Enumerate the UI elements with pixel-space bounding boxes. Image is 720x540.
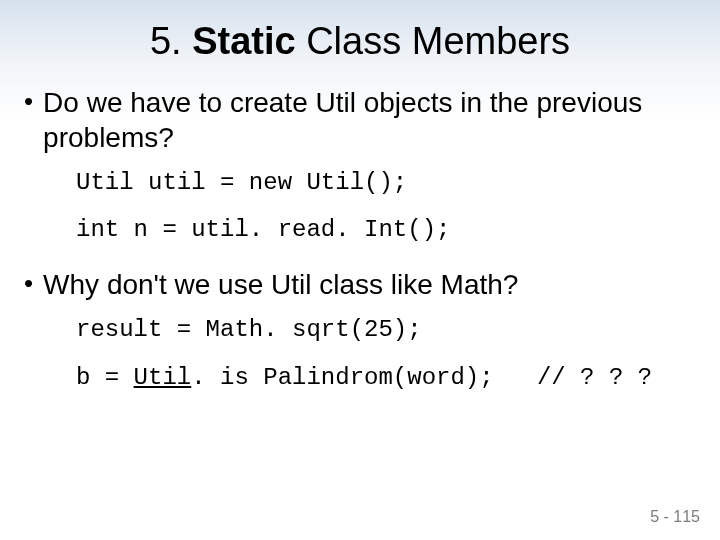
slide: 5. Static Class Members • Do we have to … (0, 0, 720, 540)
bullet-1-text: Do we have to create Util objects in the… (43, 85, 692, 155)
bullet-icon: • (24, 267, 33, 300)
code-line: Util util = new Util(); (76, 167, 692, 198)
bullet-icon: • (24, 85, 33, 118)
page-number: 5 - 115 (650, 508, 700, 526)
title-bold: Static (192, 20, 295, 62)
bullet-2-text: Why don't we use Util class like Math? (43, 267, 518, 302)
title-suffix: Class Members (296, 20, 571, 62)
code-line: result = Math. sqrt(25); (76, 314, 692, 345)
code-post: . is Palindrom(word); // ? ? ? (191, 364, 652, 391)
code-underlined: Util (134, 364, 192, 391)
code-pre: b = (76, 364, 134, 391)
bullet-2: • Why don't we use Util class like Math? (28, 267, 692, 302)
title-prefix: 5. (150, 20, 192, 62)
code-block-2: result = Math. sqrt(25); b = Util. is Pa… (76, 314, 692, 392)
code-line: b = Util. is Palindrom(word); // ? ? ? (76, 362, 692, 393)
code-line: int n = util. read. Int(); (76, 214, 692, 245)
bullet-1: • Do we have to create Util objects in t… (28, 85, 692, 155)
code-block-1: Util util = new Util(); int n = util. re… (76, 167, 692, 245)
slide-title: 5. Static Class Members (28, 20, 692, 63)
